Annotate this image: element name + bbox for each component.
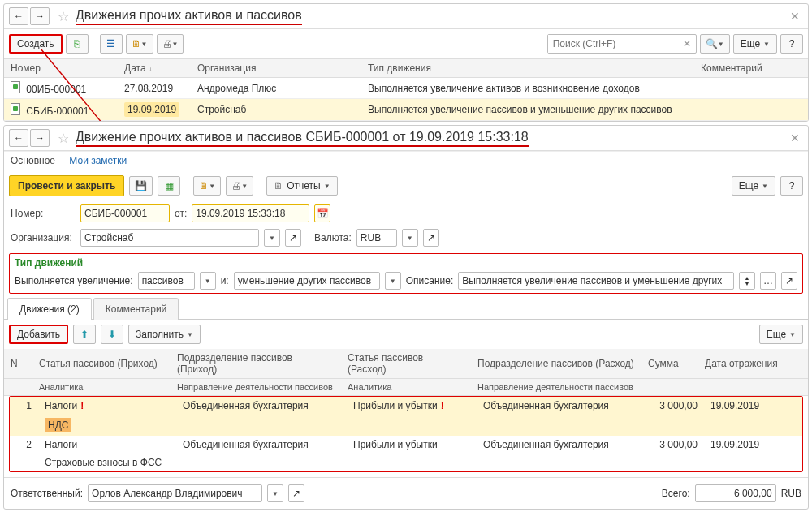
help-button[interactable]: ? — [780, 34, 803, 54]
tab-comment[interactable]: Комментарий — [93, 298, 179, 320]
post-button[interactable]: ▦ — [158, 176, 180, 196]
doc-link-icon: 🗎 — [199, 180, 209, 191]
calendar-icon: 📅 — [317, 208, 329, 219]
copy-button[interactable]: ⎘ — [66, 34, 89, 54]
close-icon[interactable]: ✕ — [787, 10, 803, 23]
date-field[interactable]: 19.09.2019 15:33:18 — [192, 204, 309, 222]
printer-icon: 🖨 — [162, 38, 172, 49]
col-unit-out[interactable]: Подразделение пассивов (Расход) — [471, 349, 641, 379]
movements-headers: N Статья пассивов (Приход) Подразделение… — [4, 349, 808, 396]
col-org[interactable]: Организация — [191, 59, 361, 78]
doc-title: Движение прочих активов и пассивов СБИБ-… — [76, 130, 529, 147]
based-on-button[interactable]: 🗎 ▼ — [193, 176, 221, 196]
and-label: и: — [221, 275, 229, 286]
list-titlebar: ← → ☆ Движения прочих активов и пассивов… — [4, 4, 808, 29]
chevron-down-icon: ▼ — [269, 235, 275, 242]
desc-spin[interactable]: ▲▼ — [739, 272, 755, 290]
row-number: Номер: СБИБ-000001 от: 19.09.2019 15:33:… — [4, 201, 808, 226]
find-button[interactable]: 🔍 ▼ — [700, 34, 730, 54]
col-comment[interactable]: Комментарий — [694, 59, 808, 78]
col-date[interactable]: Дата ↓ — [118, 59, 191, 78]
nav-back-button[interactable]: ← — [9, 7, 28, 25]
doc-commandbar: Провести и закрыть 💾 ▦ 🗎 ▼ 🖨 ▼ 🗎Отчеты ▼… — [4, 170, 808, 201]
movement-row-analytic[interactable]: НДС — [10, 415, 802, 436]
col-analytic[interactable]: Аналитика — [32, 379, 171, 396]
arrow-down-icon: ⬇ — [108, 329, 116, 340]
increase-label: Выполняется увеличение: — [15, 275, 133, 286]
desc-field[interactable]: Выполняется увеличение пассивов и уменьш… — [458, 272, 734, 290]
chevron-down-icon: ▼ — [241, 183, 248, 190]
save-button[interactable]: 💾 — [129, 176, 153, 196]
responsible-dropdown[interactable]: ▼ — [267, 484, 283, 502]
movement-row[interactable]: 2 Налоги Объединенная бухгалтерия Прибыл… — [10, 436, 802, 454]
favorite-star-icon[interactable]: ☆ — [58, 9, 69, 24]
post-and-close-button[interactable]: Провести и закрыть — [9, 175, 124, 196]
col-item-out[interactable]: Статья пассивов (Расход) — [341, 349, 471, 379]
tab-movements[interactable]: Движения (2) — [7, 298, 92, 320]
tab-main[interactable]: Основное — [11, 155, 55, 166]
col-type[interactable]: Тип движения — [361, 59, 694, 78]
list-icon: ☰ — [106, 38, 115, 49]
org-field[interactable]: Стройснаб — [80, 229, 259, 247]
warning-icon: ! — [441, 400, 444, 411]
document-window: ← → ☆ Движение прочих активов и пассивов… — [3, 125, 809, 510]
currency-field[interactable]: RUB — [356, 229, 397, 247]
search-input[interactable] — [548, 35, 678, 53]
tab-my-notes[interactable]: Мои заметки — [69, 155, 127, 166]
print-button[interactable]: 🖨 ▼ — [226, 176, 253, 196]
desc-more-button[interactable]: … — [760, 272, 776, 290]
movement-row[interactable]: 1 Налоги! Объединенная бухгалтерия Прибы… — [10, 397, 802, 415]
date-picker-button[interactable]: 📅 — [314, 204, 330, 222]
chevron-down-icon: ▼ — [390, 278, 396, 285]
decrease-field[interactable]: уменьшение других пассивов — [234, 272, 380, 290]
col-direction-in[interactable]: Направление деятельности пассивов — [171, 379, 341, 396]
currency-dropdown-button[interactable]: ▼ — [402, 229, 418, 247]
move-down-button[interactable]: ⬇ — [101, 325, 123, 344]
table-row-selected[interactable]: СБИБ-000001 19.09.2019 Стройснаб Выполня… — [4, 99, 808, 121]
col-unit-in[interactable]: Подразделение пассивов (Приход) — [171, 349, 341, 379]
more-button[interactable]: Еще ▼ — [732, 176, 775, 196]
currency-open-button[interactable]: ↗ — [423, 229, 439, 247]
col-date[interactable]: Дата отражения — [698, 349, 808, 379]
help-button[interactable]: ? — [780, 176, 803, 196]
col-analytic-out[interactable]: Аналитика — [341, 379, 471, 396]
responsible-field[interactable]: Орлов Александр Владимирович — [88, 484, 262, 502]
col-n[interactable]: N — [4, 349, 32, 379]
nav-fwd-button[interactable]: → — [30, 129, 50, 147]
fill-button[interactable]: Заполнить ▼ — [128, 325, 201, 344]
col-number[interactable]: Номер — [4, 59, 118, 78]
close-icon[interactable]: ✕ — [787, 131, 803, 144]
favorite-star-icon[interactable]: ☆ — [58, 131, 69, 146]
move-up-button[interactable]: ⬆ — [73, 325, 96, 344]
desc-open-button[interactable]: ↗ — [781, 272, 797, 290]
responsible-open[interactable]: ↗ — [288, 484, 304, 502]
create-button[interactable]: Создать — [9, 34, 63, 54]
total-currency: RUB — [781, 488, 801, 499]
col-direction-out[interactable]: Направление деятельности пассивов — [471, 379, 641, 396]
chevron-down-icon: ▼ — [272, 490, 279, 497]
list-view-button[interactable]: ☰ — [100, 34, 123, 54]
document-posted-icon — [11, 103, 24, 114]
increase-field[interactable]: пассивов — [138, 272, 195, 290]
nav-fwd-button[interactable]: → — [30, 7, 50, 25]
report-dropdown-button[interactable]: 🗎 ▼ — [126, 34, 153, 54]
table-row[interactable]: 00ИБ-000001 27.08.2019 Андромеда Плюс Вы… — [4, 78, 808, 99]
decrease-dropdown[interactable]: ▼ — [385, 272, 401, 290]
increase-dropdown[interactable]: ▼ — [200, 272, 216, 290]
nav-back-button[interactable]: ← — [9, 129, 28, 147]
arrow-up-icon: ⬆ — [80, 329, 89, 340]
more-button[interactable]: Еще ▼ — [759, 325, 803, 344]
number-field[interactable]: СБИБ-000001 — [80, 204, 170, 222]
analytic-selected[interactable]: НДС — [45, 418, 71, 432]
add-button[interactable]: Добавить — [9, 325, 68, 344]
org-dropdown-button[interactable]: ▼ — [264, 229, 280, 247]
row-org: Организация: Стройснаб ▼ ↗ Валюта: RUB ▼… — [4, 226, 808, 250]
movement-row-analytic[interactable]: Страховые взносы в ФСС — [10, 454, 802, 471]
org-open-button[interactable]: ↗ — [285, 229, 301, 247]
more-button[interactable]: Еще ▼ — [733, 34, 777, 54]
col-sum[interactable]: Сумма — [641, 349, 698, 379]
col-item-in[interactable]: Статья пассивов (Приход) — [32, 349, 171, 379]
reports-button[interactable]: 🗎Отчеты ▼ — [266, 176, 337, 196]
search-clear-icon[interactable]: ✕ — [678, 38, 696, 49]
print-dropdown-button[interactable]: 🖨 ▼ — [157, 34, 184, 54]
